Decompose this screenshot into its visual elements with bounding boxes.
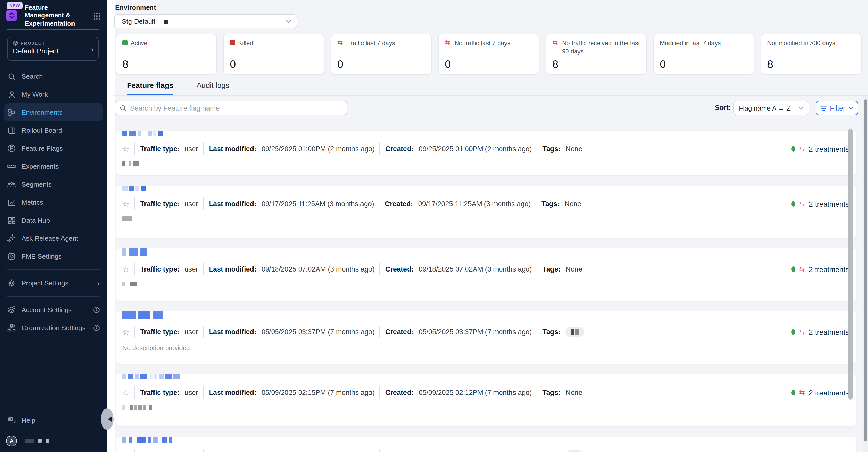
- tags-label: Tags:: [542, 145, 560, 152]
- redacted-block: [141, 374, 147, 380]
- stats-row: Active8Killed0⇆Traffic last 7 days0⇆No t…: [116, 34, 862, 74]
- app-grid-icon[interactable]: [93, 12, 101, 20]
- meta-divider: [204, 449, 204, 452]
- account-action-1[interactable]: [38, 439, 42, 443]
- last-modified-label: Last modified:: [209, 200, 257, 208]
- sidebar-item-account-settings[interactable]: Account Settings: [0, 301, 107, 319]
- sidebar-item-fme-settings[interactable]: FME Settings: [0, 247, 107, 265]
- flag-name-redacted[interactable]: [122, 186, 856, 191]
- stat-card-0[interactable]: Active8: [116, 34, 217, 74]
- page-scrollbar-thumb[interactable]: [864, 99, 867, 441]
- filter-button[interactable]: Filter: [815, 101, 858, 115]
- stat-card-label-row: Active: [122, 39, 210, 47]
- redacted-block: [129, 248, 138, 256]
- sidebar-item-metrics[interactable]: Metrics: [0, 193, 107, 211]
- search-input[interactable]: [130, 104, 342, 112]
- flag-row[interactable]: ☆Traffic type:userLast modified:09/17/20…: [116, 186, 856, 238]
- redacted-block: [130, 405, 133, 410]
- favorite-star-icon[interactable]: ☆: [122, 265, 129, 273]
- favorite-star-icon[interactable]: ☆: [122, 145, 129, 152]
- stat-card-1[interactable]: Killed0: [223, 34, 324, 74]
- last-modified-value: 05/05/2025 03:37PM (7 months ago): [261, 328, 375, 335]
- help-chat-icon: ?: [7, 416, 16, 425]
- flag-row[interactable]: ☆Traffic type:userLast modified:09/18/20…: [116, 248, 856, 301]
- sidebar-item-organization-settings[interactable]: Organization Settings: [0, 319, 107, 337]
- stat-card-4[interactable]: ⇆No traffic received in the last 90 days…: [546, 34, 647, 74]
- treatments-summary: ⇆2 treatments: [792, 144, 849, 153]
- redacted-block: [122, 248, 126, 256]
- account-action-2[interactable]: [46, 439, 50, 443]
- last-modified-value: 09/18/2025 07:02AM (3 months ago): [261, 265, 375, 273]
- meta-divider: [204, 326, 204, 338]
- favorite-star-icon[interactable]: ☆: [122, 389, 129, 396]
- redacted-block: [122, 311, 136, 319]
- redacted-block: [162, 436, 167, 443]
- chevron-down-icon: [798, 106, 804, 110]
- project-selector[interactable]: PROJECT Default Project ›: [7, 36, 99, 61]
- stat-card-label-row: ⇆No traffic last 7 days: [445, 39, 533, 47]
- favorite-star-icon[interactable]: ☆: [122, 328, 129, 335]
- sidebar-item-segments[interactable]: Segments: [0, 175, 107, 193]
- stat-card-label-row: Killed: [230, 39, 318, 47]
- description-blocks: [122, 216, 132, 221]
- sidebar-item-experiments[interactable]: Experiments: [0, 157, 107, 175]
- stat-card-3[interactable]: ⇆No traffic last 7 days0: [438, 34, 539, 74]
- flag-row[interactable]: ☆Traffic type:userLast modified:09/25/20…: [116, 131, 856, 175]
- sidebar-item-rollout-board[interactable]: Rollout Board: [0, 121, 107, 139]
- list-scrollbar-thumb[interactable]: [848, 128, 852, 399]
- avatar[interactable]: A: [6, 435, 17, 446]
- meta-divider: [204, 386, 204, 398]
- treatments-text: 2 treatments: [809, 327, 849, 336]
- sidebar-item-data-hub[interactable]: Data Hub: [0, 211, 107, 229]
- stat-card-5[interactable]: Modified in last 7 days0: [653, 34, 754, 74]
- tab-audit-logs[interactable]: Audit logs: [197, 81, 229, 96]
- flag-meta-line: ☆Traffic type:userLast modified:09/18/20…: [116, 263, 856, 275]
- environment-select[interactable]: Stg-Default: [114, 14, 297, 28]
- redacted-block: [576, 329, 579, 334]
- flag-name-redacted[interactable]: [122, 131, 856, 136]
- flag-name-blocks: [122, 131, 163, 136]
- redacted-block: [129, 186, 134, 191]
- stat-card-6[interactable]: Not modified in >30 days8: [761, 34, 862, 74]
- tab-feature-flags[interactable]: Feature flags: [127, 81, 174, 96]
- redacted-block: [138, 405, 142, 410]
- redacted-block: [137, 436, 146, 443]
- sort-select[interactable]: Flag name A → Z: [733, 101, 809, 115]
- sidebar-collapse-handle[interactable]: [101, 408, 114, 430]
- traffic-type-value: user: [185, 328, 198, 335]
- sidebar-item-ask-release-agent[interactable]: Ask Release Agent: [0, 229, 107, 247]
- treatments-count: 2: [809, 388, 813, 397]
- stat-card-value: 0: [230, 58, 236, 70]
- flag-name-redacted[interactable]: [122, 374, 856, 380]
- redacted-block: [169, 436, 172, 443]
- flag-name-redacted[interactable]: [122, 311, 856, 319]
- traffic-type-label: Traffic type:: [140, 328, 180, 335]
- sidebar-item-search[interactable]: Search: [0, 67, 107, 85]
- redacted-block: [122, 216, 132, 221]
- flag-name-blocks: [122, 436, 172, 443]
- flag-meta-line: ☆Traffic type:userLast modified:05/05/20…: [116, 449, 856, 452]
- flag-name-redacted[interactable]: [122, 248, 856, 256]
- flag-search[interactable]: [115, 101, 347, 115]
- favorite-star-icon[interactable]: ☆: [122, 200, 129, 208]
- stat-card-2[interactable]: ⇆Traffic last 7 days0: [331, 34, 432, 74]
- flag-row[interactable]: ☆Traffic type:userLast modified:05/05/20…: [116, 311, 856, 364]
- tags-value: None: [566, 265, 582, 273]
- flag-row[interactable]: ☆Traffic type:userLast modified:05/05/20…: [116, 436, 856, 452]
- sidebar-item-my-work[interactable]: My Work: [0, 85, 107, 103]
- treatments-count: 2: [809, 144, 813, 153]
- meta-divider: [134, 449, 135, 452]
- sidebar-item-environments[interactable]: Environments: [4, 103, 103, 121]
- flag-description: No description provided.: [116, 344, 856, 352]
- people-icon: [7, 180, 16, 189]
- stat-card-value: 0: [660, 58, 665, 70]
- flag-row[interactable]: ☆Traffic type:userLast modified:05/09/20…: [116, 374, 856, 426]
- flag-name-redacted[interactable]: [122, 436, 856, 443]
- sidebar-item-feature-flags[interactable]: Feature Flags: [0, 139, 107, 157]
- environment-label: Environment: [115, 4, 156, 11]
- sidebar-item-project-settings[interactable]: Project Settings›: [0, 274, 107, 292]
- redacted-block: [173, 374, 180, 380]
- user-icon: [7, 90, 16, 99]
- sidebar-item-help[interactable]: ? Help: [0, 411, 107, 429]
- created-value: 05/05/2025 03:37PM (7 months ago): [418, 328, 532, 335]
